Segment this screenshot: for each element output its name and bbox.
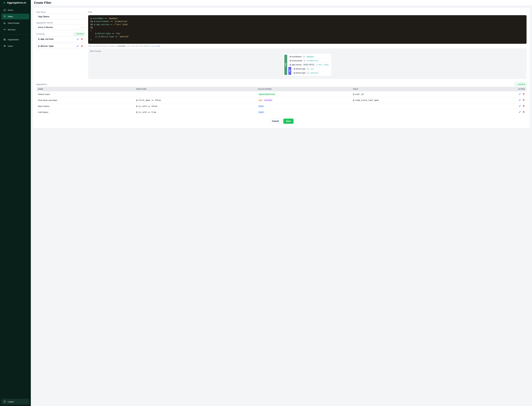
logout-label: Logout	[8, 400, 14, 403]
agg-name: Warm Opens	[36, 103, 135, 109]
agg-calcs: Count	[256, 103, 352, 109]
agg-field	[352, 103, 478, 109]
agg-calcs: Approx Distinct Count	[256, 91, 352, 97]
sidebar-item-data-preview[interactable]: Data Preview	[1, 20, 29, 26]
table-row: Distinct UsersApprox Distinct Count@.use…	[36, 91, 526, 97]
or-connector: OR	[288, 67, 291, 75]
svg-point-6	[4, 29, 5, 30]
logout-icon	[3, 400, 6, 403]
chart-icon	[3, 22, 6, 24]
sidebar-item-label: Data Preview	[8, 22, 19, 24]
calc-chip: Count	[258, 105, 264, 108]
filter-label: Filter	[88, 11, 526, 13]
trash-icon[interactable]	[81, 45, 83, 47]
condition-op: =	[303, 59, 306, 62]
table-row: Time Since Last Open@.first_open == fals…	[36, 97, 526, 103]
svg-point-12	[5, 45, 6, 46]
footer-actions: Cancel Save	[36, 119, 526, 124]
add-grouping-button[interactable]: + Add New	[74, 32, 85, 36]
trash-icon[interactable]	[81, 38, 83, 40]
agg-calcs: AvgPercentile	[256, 97, 352, 103]
condition-op: =	[303, 55, 305, 58]
calc-chip: Approx Distinct Count	[258, 93, 276, 96]
preview-condition: @.environment=production	[288, 59, 330, 63]
edit-icon[interactable]	[519, 93, 521, 95]
sidebar-item-label: Home	[8, 9, 13, 11]
agg-actions	[478, 109, 526, 115]
agg-sub: @.is_cold == false	[135, 103, 256, 109]
table-row: Warm Opens@.is_cold == falseCount	[36, 103, 526, 109]
grouping-path: @.app.version	[38, 38, 53, 40]
plus-icon: +	[517, 83, 517, 85]
filter-hint-link[interactable]: Here.	[156, 45, 161, 47]
chevron-down-icon	[81, 26, 83, 28]
grouping-list: @.app.version@.device.type	[36, 36, 85, 49]
sidebar-nav: Home Filters Data Preview Api Keys Orga	[0, 6, 31, 51]
condition-path: @.device.type	[293, 68, 306, 70]
agg-actions	[478, 97, 526, 103]
filter-preview-label: Filter Preview	[90, 50, 525, 52]
calc-chip: Avg	[258, 99, 263, 102]
condition-op: =	[307, 72, 309, 74]
sidebar-item-label: Users	[8, 45, 13, 47]
main: Create Filter Filter Name Aggregation In…	[31, 0, 532, 406]
col-field: FIELD	[352, 87, 478, 91]
sidebar-item-home[interactable]: Home	[1, 7, 29, 13]
svg-point-4	[5, 23, 5, 23]
add-aggregation-button[interactable]: + Add New	[515, 83, 526, 86]
interval-select[interactable]: Every 5 Minutes	[36, 25, 85, 30]
sidebar-item-filters[interactable]: Filters	[1, 14, 29, 19]
condition-value: /^\d+\.\d+$/	[316, 64, 329, 66]
svg-point-3	[4, 23, 4, 23]
preview-condition: @.device.type=ios	[292, 67, 319, 71]
condition-path: @.environment	[290, 60, 302, 62]
interval-label: Aggregation Interval	[36, 22, 85, 24]
logout-button[interactable]: Logout	[1, 399, 29, 405]
agg-sub: @.is_cold == true	[135, 109, 256, 115]
groupings-label: Groupings	[36, 33, 45, 35]
condition-op: =	[307, 68, 309, 70]
sidebar-item-organization[interactable]: Organization	[1, 37, 29, 42]
edit-icon[interactable]	[519, 105, 521, 107]
calc-chip: Percentile	[263, 99, 273, 102]
trash-icon[interactable]	[523, 93, 525, 95]
aggregations-table: NAME SUB FILTER CALCULATIONS FIELD ACTIO…	[36, 87, 526, 115]
filter-name-input[interactable]	[36, 14, 85, 19]
card: Filter Name Aggregation Interval Every 5…	[33, 8, 530, 128]
filter-hint: Filters are defined using a varaiation o…	[88, 45, 526, 47]
condition-op: REGEX MATCH	[303, 64, 315, 66]
agg-sub: @.first_open == false	[135, 97, 256, 103]
sidebar-separator	[2, 34, 29, 35]
agg-actions	[478, 103, 526, 109]
sidebar-item-api-keys[interactable]: Api Keys	[1, 27, 29, 32]
filter-code[interactable]: @.eventName == 'AppOpen' && @.environmen…	[88, 15, 526, 44]
agg-sub	[135, 91, 256, 97]
page-title: Create Filter	[34, 1, 51, 5]
trash-icon[interactable]	[523, 111, 525, 113]
sidebar-item-users[interactable]: Users	[1, 43, 29, 49]
condition-value: android	[310, 72, 318, 74]
condition-path: @.app.version	[290, 64, 302, 66]
preview-condition: @.device.type=android	[292, 71, 319, 75]
sidebar-item-label: Filters	[8, 15, 13, 18]
svg-rect-7	[4, 39, 5, 40]
trash-icon[interactable]	[523, 99, 525, 101]
edit-icon[interactable]	[77, 38, 79, 40]
edit-icon[interactable]	[519, 111, 521, 113]
edit-icon[interactable]	[77, 45, 79, 47]
right-column: Filter @.eventName == 'AppOpen' && @.env…	[88, 11, 526, 79]
condition-value: AppOpen	[307, 56, 314, 58]
trash-icon[interactable]	[523, 105, 525, 107]
col-sub: SUB FILTER	[135, 87, 256, 91]
logout-area: Logout	[0, 397, 31, 406]
cancel-button[interactable]: Cancel	[269, 119, 281, 124]
preview-or-group: OR@.device.type=ios@.device.type=android	[288, 67, 319, 75]
edit-icon[interactable]	[519, 99, 521, 101]
top-grid: Filter Name Aggregation Interval Every 5…	[36, 11, 526, 79]
groupings-field: Groupings + Add New @.app.version@.devic…	[36, 32, 85, 49]
brand-name: Aggregations.io	[7, 1, 26, 4]
save-button[interactable]: Save	[283, 119, 293, 124]
col-name: NAME	[36, 87, 135, 91]
agg-field	[352, 109, 478, 115]
preview-condition: @.app.versionREGEX MATCH/^\d+\.\d+$/	[288, 63, 330, 67]
